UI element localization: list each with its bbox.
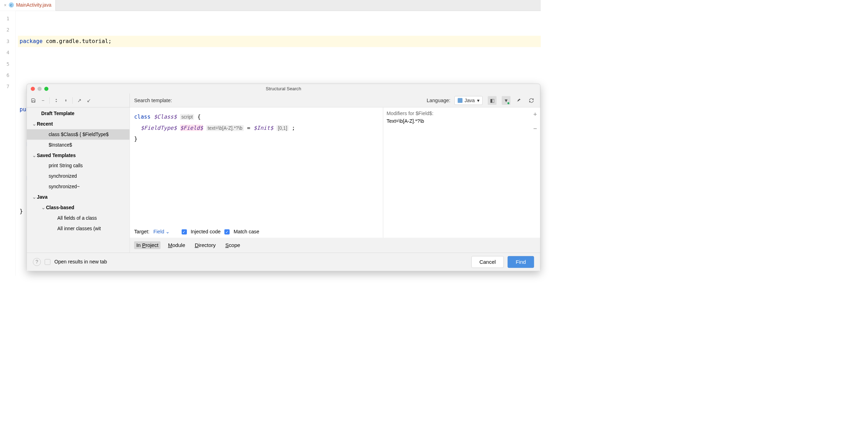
save-template-icon[interactable] <box>29 96 38 105</box>
tree-cb-item[interactable]: All fields of a class <box>27 213 130 224</box>
tpl-var: $Class$ <box>154 114 177 120</box>
target-label: Target: <box>134 229 149 235</box>
open-new-tab-label: Open results in new tab <box>54 259 107 265</box>
line-gutter: 1 2 3 4 5 6 7 <box>0 11 16 276</box>
filter-icon[interactable]: ▼ <box>502 96 511 105</box>
tpl-var-field: $Field$ <box>180 125 203 131</box>
class-file-icon: C <box>9 2 14 8</box>
target-dropdown[interactable]: Field ⌄ <box>153 229 170 235</box>
help-icon[interactable]: ? <box>33 258 41 266</box>
tree-saved-templates[interactable]: ⌄Saved Templates <box>27 150 130 161</box>
match-case-checkbox[interactable]: ✓ <box>224 229 230 234</box>
modifiers-header: Modifiers for $Field$: <box>387 111 537 116</box>
modifiers-value[interactable]: Text=\b[A-Z].*?\b <box>387 118 537 124</box>
tree-saved-item[interactable]: print String calls <box>27 161 130 171</box>
scope-row: In Project Module Directory Scope <box>130 238 540 253</box>
tree-java[interactable]: ⌄Java <box>27 192 130 203</box>
tree-saved-item[interactable]: synchronized <box>27 171 130 182</box>
scope-scope[interactable]: Scope <box>223 241 242 249</box>
tpl-hint: text=\b[A-Z].*?\b <box>206 125 244 131</box>
window-minimize-icon[interactable] <box>37 87 42 91</box>
tree-cb-item[interactable]: All inner classes (wit <box>27 224 130 234</box>
template-tree[interactable]: Draft Template ⌄Recent class $Class$ { $… <box>27 107 130 253</box>
line-number: 5 <box>0 58 9 70</box>
tpl-var: $Init$ <box>253 125 273 131</box>
tree-class-based[interactable]: ⌄Class-based <box>27 203 130 213</box>
expand-all-icon[interactable] <box>52 96 61 105</box>
close-tab-icon[interactable]: × <box>4 2 6 7</box>
templates-side-panel: − ↗ ↙ Draft Template ⌄Recent class $Clas… <box>27 93 130 253</box>
tpl-hint: [0,1] <box>276 125 288 131</box>
dialog-titlebar[interactable]: Structural Search <box>27 84 540 93</box>
code-token: com.gradle.tutorial <box>46 38 108 44</box>
scope-module[interactable]: Module <box>166 241 188 249</box>
window-close-icon[interactable] <box>31 87 35 91</box>
find-button[interactable]: Find <box>508 256 534 268</box>
structural-search-dialog: Structural Search − ↗ ↙ Draft Template ⌄… <box>27 84 540 271</box>
dialog-footer: ? Open results in new tab Cancel Find <box>27 253 540 271</box>
java-lang-icon <box>457 98 462 103</box>
export-icon[interactable]: ↗ <box>75 96 84 105</box>
tree-recent-item[interactable]: class $Class$ { $FieldType$ <box>27 129 130 140</box>
tpl-token: { <box>194 114 201 120</box>
tpl-token: } <box>134 136 137 142</box>
injected-code-label: Injected code <box>191 229 220 235</box>
collapse-all-icon[interactable] <box>62 96 70 105</box>
tpl-token <box>134 125 141 131</box>
line-number: 6 <box>0 70 9 81</box>
open-new-tab-checkbox[interactable] <box>45 259 50 264</box>
line-number: 3 <box>0 36 9 47</box>
cancel-button[interactable]: Cancel <box>471 256 504 268</box>
window-controls <box>27 87 49 91</box>
refresh-icon[interactable] <box>527 96 536 105</box>
tpl-token: = <box>244 125 253 131</box>
template-header-row: Search template: Language: Java ▾ ◧ ▼ <box>130 93 540 107</box>
tree-recent-item[interactable]: $Instance$ <box>27 140 130 150</box>
line-number: 7 <box>0 81 9 92</box>
template-code[interactable]: class $Class$ script { $FieldType$ $Fiel… <box>130 107 383 226</box>
main-panel: Search template: Language: Java ▾ ◧ ▼ cl… <box>130 93 540 253</box>
remove-icon[interactable]: − <box>38 96 47 105</box>
editor-tab-bar: × C MainActivity.java <box>0 0 541 11</box>
tpl-token: class <box>134 114 154 120</box>
language-value: Java <box>464 98 475 103</box>
language-label: Language: <box>427 97 450 103</box>
template-options-row: Target: Field ⌄ ✓ Injected code ✓ Match … <box>130 226 383 238</box>
tpl-hint: script <box>180 114 194 120</box>
line-number: 2 <box>0 24 9 36</box>
scope-in-project[interactable]: In Project <box>134 241 161 249</box>
file-tab[interactable]: × C MainActivity.java <box>0 0 55 11</box>
tree-recent[interactable]: ⌄Recent <box>27 119 130 129</box>
tpl-var: $FieldType$ <box>141 125 177 131</box>
code-token: ; <box>108 38 111 44</box>
match-case-label: Match case <box>233 229 259 235</box>
pin-icon[interactable] <box>514 96 523 105</box>
tpl-token <box>177 125 180 131</box>
language-combo[interactable]: Java ▾ <box>454 96 483 105</box>
line-number: 1 <box>0 13 9 24</box>
dialog-title: Structural Search <box>27 86 540 91</box>
code-token: package <box>20 38 43 44</box>
tpl-token: ; <box>288 125 295 131</box>
template-editor-area: class $Class$ script { $FieldType$ $Fiel… <box>130 107 383 238</box>
add-modifier-icon[interactable]: + <box>533 111 537 118</box>
toggle-view-icon[interactable]: ◧ <box>488 96 497 105</box>
remove-modifier-icon[interactable]: − <box>533 125 537 132</box>
chevron-down-icon: ▾ <box>477 98 479 103</box>
line-number: 4 <box>0 47 9 58</box>
tree-saved-item[interactable]: synchronized~ <box>27 182 130 192</box>
import-icon[interactable]: ↙ <box>84 96 93 105</box>
search-template-label: Search template: <box>134 97 172 103</box>
tree-draft-template[interactable]: Draft Template <box>27 108 130 119</box>
scope-directory[interactable]: Directory <box>192 241 218 249</box>
side-toolbar: − ↗ ↙ <box>27 93 130 107</box>
modifiers-panel: Modifiers for $Field$: Text=\b[A-Z].*?\b… <box>383 107 540 238</box>
injected-code-checkbox[interactable]: ✓ <box>182 229 187 234</box>
tab-filename: MainActivity.java <box>16 2 51 8</box>
window-zoom-icon[interactable] <box>44 87 48 91</box>
